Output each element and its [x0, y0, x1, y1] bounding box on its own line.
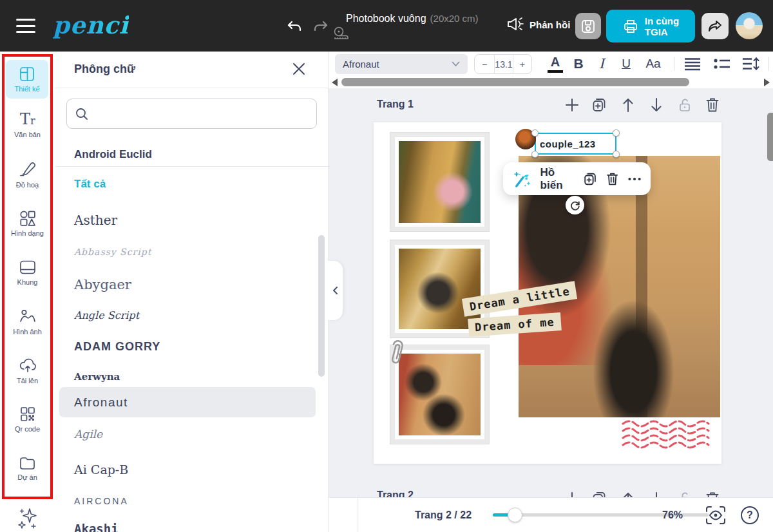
bold-button[interactable]: B — [569, 54, 587, 73]
help-button[interactable]: ? — [741, 506, 759, 524]
shapes-icon — [19, 209, 36, 227]
magic-button-label[interactable]: Hồ biến — [540, 166, 575, 192]
sidebar-item-text[interactable]: T r Văn bản — [0, 111, 55, 138]
qr-code-icon — [19, 406, 36, 423]
italic-button[interactable]: I — [594, 54, 609, 73]
photo-frame-1[interactable] — [390, 132, 490, 232]
sidebar-item-shapes[interactable]: Hình dạng — [0, 209, 55, 237]
font-size-stepper: − 13.1 + — [474, 54, 532, 74]
duplicate-page-icon[interactable] — [591, 491, 607, 497]
filter-all-tab[interactable]: Tất cả — [74, 178, 106, 191]
divider — [674, 57, 674, 71]
panel-scrollbar[interactable] — [318, 235, 325, 377]
element-toolbar: Hồ biến — [503, 162, 651, 195]
sidebar-item-projects[interactable]: Dự án — [0, 455, 55, 481]
font-family-select[interactable]: Afronaut — [335, 54, 468, 74]
sidebar-item-upload[interactable]: Tải lên — [0, 357, 55, 385]
font-item[interactable]: Abygaer — [74, 277, 131, 292]
font-search[interactable] — [66, 99, 317, 129]
add-page-icon[interactable] — [564, 97, 580, 113]
panel-collapse-button[interactable] — [327, 261, 343, 320]
font-size-value[interactable]: 13.1 — [495, 55, 512, 73]
font-item[interactable]: Aerwyna — [74, 371, 120, 383]
sidebar-item-qrcode[interactable]: Qr code — [0, 406, 55, 433]
feedback-button[interactable]: Phản hồi — [506, 15, 570, 33]
preview-eye-icon[interactable] — [705, 505, 727, 526]
unlock-icon[interactable] — [678, 491, 692, 497]
align-justify-icon[interactable] — [683, 56, 702, 71]
zoom-slider-thumb[interactable] — [508, 508, 522, 522]
design-page[interactable]: Dream a little Dream of me couple_123 — [374, 122, 721, 464]
move-page-up-icon[interactable] — [621, 491, 635, 497]
measuring-tape-icon — [333, 26, 350, 41]
text-color-button[interactable]: A — [546, 54, 564, 73]
delete-page-icon[interactable] — [705, 97, 720, 113]
delete-page-icon[interactable] — [705, 491, 720, 497]
move-page-up-icon[interactable] — [621, 97, 635, 113]
font-search-input[interactable] — [94, 108, 309, 119]
font-item[interactable]: Akashi — [74, 522, 119, 532]
print-label-line1: In cùng — [645, 15, 679, 26]
menu-icon[interactable] — [16, 19, 35, 33]
font-item[interactable]: Asther — [74, 213, 117, 228]
divider — [768, 57, 769, 71]
font-item[interactable]: Abbassy Script — [74, 247, 151, 257]
delete-element-icon[interactable] — [606, 171, 619, 187]
underline-button[interactable]: U — [617, 54, 635, 73]
horizontal-scrollbar-thumb[interactable] — [341, 78, 689, 86]
font-item[interactable]: Ai Cap-B — [74, 462, 128, 477]
photo-figure-boy — [591, 297, 676, 417]
bullet-list-icon[interactable] — [712, 56, 732, 71]
color-swatch — [548, 70, 563, 73]
user-avatar[interactable] — [736, 12, 763, 39]
font-size-decrease-button[interactable]: − — [475, 55, 495, 73]
magic-wand-icon[interactable] — [512, 167, 532, 191]
photo-couple-stairs — [399, 249, 481, 329]
more-options-icon[interactable] — [627, 176, 642, 182]
chevron-left-icon — [332, 286, 338, 295]
sidebar-item-label: Qr code — [15, 425, 40, 433]
font-size-increase-button[interactable]: + — [513, 55, 531, 73]
sidebar-item-images[interactable]: Hình ảnh — [0, 308, 55, 336]
duplicate-element-icon[interactable] — [583, 171, 597, 187]
undo-icon[interactable] — [287, 20, 302, 34]
horizontal-scrollbar[interactable] — [329, 76, 773, 88]
move-page-down-icon[interactable] — [649, 491, 663, 497]
redo-icon[interactable] — [313, 20, 329, 34]
duplicate-page-icon[interactable] — [591, 97, 607, 113]
line-spacing-icon[interactable] — [741, 56, 760, 71]
selected-text-element[interactable]: couple_123 — [535, 133, 616, 155]
share-icon — [707, 19, 723, 33]
sidebar-item-design[interactable]: Thiết kế — [6, 60, 48, 99]
print-with-tgia-button[interactable]: In cùng TGIA — [606, 10, 695, 43]
selection-handle-top-right[interactable] — [613, 129, 620, 137]
font-item-afronaut-selected[interactable]: Afronaut — [74, 395, 128, 410]
vertical-scrollbar-thumb[interactable] — [767, 113, 773, 161]
font-item[interactable]: Angle Script — [74, 309, 139, 321]
current-font-section[interactable]: Android Euclid — [74, 148, 152, 161]
unlock-icon[interactable] — [678, 97, 692, 113]
font-item[interactable]: ADAM GORRY — [74, 340, 160, 354]
sidebar-item-magic[interactable] — [0, 506, 55, 531]
save-button[interactable] — [575, 13, 601, 39]
font-item[interactable]: AIRCONA — [74, 496, 129, 506]
rotate-handle[interactable] — [566, 196, 584, 214]
font-item[interactable]: Agile — [74, 428, 102, 441]
app-logo[interactable]: penci — [53, 11, 129, 39]
sidebar-item-frame[interactable]: Khung — [0, 259, 55, 286]
selection-handle-bottom-right[interactable] — [613, 151, 620, 158]
sidebar-item-graphics[interactable]: Đồ hoạ — [0, 161, 55, 189]
scroll-right-arrow[interactable] — [764, 79, 770, 86]
text-case-button[interactable]: Aa — [642, 54, 664, 73]
selection-handle-top-left[interactable] — [531, 129, 539, 137]
scroll-left-arrow[interactable] — [332, 79, 338, 86]
page2-header-clipped: Trang 2 — [329, 484, 773, 497]
add-page-icon[interactable] — [564, 491, 580, 497]
share-button[interactable] — [701, 13, 729, 39]
selection-handle-bottom-left[interactable] — [531, 151, 539, 158]
document-title[interactable]: Photobook vuông(20x20 cm) — [346, 13, 479, 24]
move-page-down-icon[interactable] — [649, 97, 663, 113]
close-icon[interactable] — [292, 62, 306, 76]
wavy-lines-sticker[interactable] — [622, 419, 720, 450]
sidebar-item-label: Tải lên — [17, 377, 38, 385]
